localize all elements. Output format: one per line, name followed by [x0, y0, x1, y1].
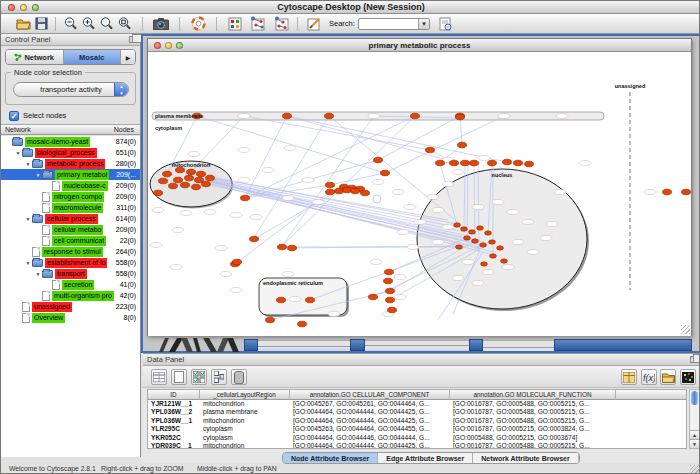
- network-node[interactable]: [206, 175, 215, 181]
- tree-row-label[interactable]: secretion: [62, 280, 94, 290]
- layout-plugin-button[interactable]: [272, 15, 290, 33]
- snapshot-button[interactable]: [152, 15, 170, 33]
- table-cell[interactable]: YKR052C: [148, 434, 200, 442]
- network-node[interactable]: [385, 269, 394, 275]
- network-node[interactable]: [386, 297, 395, 303]
- delete-attribute-button[interactable]: [231, 369, 247, 385]
- network-node[interactable]: [480, 243, 487, 247]
- data-panel-float-icon[interactable]: [690, 356, 698, 363]
- table-cell[interactable]: [GO:0044464, GO:0044444, GO:0044425, G..…: [290, 442, 450, 449]
- table-row[interactable]: YLR295Ccytoplasm[GO:0045263, GO:0044464,…: [148, 425, 687, 433]
- background-window-fragment[interactable]: [554, 339, 692, 351]
- tab-node-attribute-browser[interactable]: Node Attribute Browser: [283, 453, 378, 463]
- table-column-header[interactable]: annotation.GO CELLULAR_COMPONENT: [290, 390, 450, 400]
- network-node[interactable]: [386, 288, 395, 294]
- unselect-all-attributes-button[interactable]: [211, 369, 227, 385]
- table-cell[interactable]: YJR121W__1: [148, 400, 200, 408]
- network-node[interactable]: [411, 113, 420, 119]
- network-node[interactable]: [485, 231, 492, 235]
- table-cell[interactable]: YPL036W__2: [148, 408, 200, 416]
- network-node[interactable]: [369, 294, 378, 300]
- attribute-editor-button[interactable]: [621, 369, 637, 385]
- background-window-fragment[interactable]: [244, 339, 258, 351]
- network-node[interactable]: [525, 161, 534, 167]
- tab-network-attribute-browser[interactable]: Network Attribute Browser: [473, 453, 578, 463]
- table-row[interactable]: YPL036W__1mitochondrion[GO:0044464, GO:0…: [148, 417, 687, 425]
- network-node[interactable]: [381, 170, 390, 176]
- network-node[interactable]: [682, 189, 691, 195]
- network-node[interactable]: [185, 175, 194, 181]
- tree-row-label[interactable]: cellular process: [45, 214, 98, 224]
- network-canvas[interactable]: plasma membranecytoplasmmitochondrionnuc…: [148, 52, 691, 336]
- tree-row[interactable]: ▼cellular process614(0): [1, 213, 140, 224]
- network-node[interactable]: [490, 254, 497, 258]
- table-cell[interactable]: YDR039C__1: [148, 442, 200, 449]
- tree-row-label[interactable]: cell communicat: [52, 236, 106, 246]
- save-button[interactable]: [32, 15, 50, 33]
- tree-row-label[interactable]: metabolic process: [45, 159, 105, 169]
- network-node[interactable]: [454, 223, 461, 227]
- table-row[interactable]: YJR121W__1mitochondrion[GO:0045267, GO:0…: [148, 400, 687, 408]
- tree-row[interactable]: macromolecule311(0): [1, 202, 140, 213]
- network-node[interactable]: [159, 178, 168, 184]
- window-titlebar[interactable]: Cytoscape Desktop (New Session): [1, 1, 700, 14]
- network-node[interactable]: [306, 297, 315, 303]
- float-panel-icon[interactable]: [129, 36, 137, 43]
- tree-column-network[interactable]: Network: [5, 126, 31, 133]
- tree-expander-icon[interactable]: ▼: [24, 258, 32, 269]
- tree-row-label[interactable]: nucleobase-c: [62, 181, 108, 191]
- network-node[interactable]: [326, 189, 335, 195]
- tab-overflow-button[interactable]: ▶: [121, 50, 135, 64]
- tree-row[interactable]: unassigned223(0): [1, 301, 140, 312]
- network-node[interactable]: [343, 187, 352, 193]
- table-cell[interactable]: [GO:0005488, GO:0005215, GO:0003674]: [450, 434, 616, 442]
- table-scrollbar[interactable]: ▲ ▼: [689, 389, 700, 449]
- tree-column-nodes[interactable]: Nodes: [114, 126, 134, 133]
- scroll-up-arrow[interactable]: ▲: [690, 430, 699, 439]
- network-node[interactable]: [176, 167, 185, 173]
- network-node[interactable]: [202, 181, 211, 187]
- network-node[interactable]: [497, 246, 504, 250]
- network-node[interactable]: [298, 321, 307, 327]
- table-cell[interactable]: [GO:0045267, GO:0045261, GO:0044464, G..…: [290, 400, 450, 408]
- network-node[interactable]: [489, 240, 496, 244]
- tree-expander-icon[interactable]: ▼: [24, 214, 32, 225]
- network-node[interactable]: [325, 113, 334, 119]
- network-node[interactable]: [461, 160, 470, 166]
- network-node[interactable]: [503, 159, 512, 165]
- network-node[interactable]: [154, 190, 163, 196]
- network-node[interactable]: [450, 160, 459, 166]
- network-node[interactable]: [501, 259, 508, 263]
- network-node[interactable]: [436, 160, 445, 166]
- tab-edge-attribute-browser[interactable]: Edge Attribute Browser: [378, 453, 473, 463]
- tree-row[interactable]: ▼establishment of lo558(0): [1, 257, 140, 268]
- tree-row[interactable]: nitrogen compo209(0): [1, 191, 140, 202]
- tree-expander-icon[interactable]: ▼: [34, 170, 42, 181]
- network-node[interactable]: [277, 297, 286, 303]
- tree-row-label[interactable]: establishment of lo: [45, 258, 107, 268]
- vizmapper-button[interactable]: [226, 15, 244, 33]
- network-node[interactable]: [361, 190, 370, 196]
- network-node[interactable]: [181, 182, 190, 188]
- table-row[interactable]: YDR039C__1mitochondrion[GO:0044464, GO:0…: [148, 442, 687, 449]
- table-column-header[interactable]: ID: [148, 390, 200, 400]
- tree-row-label[interactable]: transport: [55, 269, 87, 279]
- table-cell[interactable]: [GO:0045263, GO:0044464, GO:0044455, G..…: [290, 425, 450, 433]
- tree-row-label[interactable]: response to stimul: [42, 247, 103, 257]
- network-node[interactable]: [514, 160, 523, 166]
- layout-network-button[interactable]: [248, 15, 266, 33]
- network-node[interactable]: [488, 160, 497, 166]
- open-button[interactable]: [14, 15, 32, 33]
- table-cell[interactable]: YPL036W__1: [148, 417, 200, 425]
- scroll-down-arrow[interactable]: ▼: [690, 439, 699, 448]
- zoom-in-button[interactable]: [79, 15, 97, 33]
- tree-row-label[interactable]: multi-organism pro: [52, 291, 114, 301]
- search-dropdown-arrow[interactable]: ▼: [418, 19, 429, 29]
- tree-row[interactable]: nucleobase-c209(0): [1, 180, 140, 191]
- window-resize-grip[interactable]: [690, 465, 699, 474]
- network-node[interactable]: [187, 169, 196, 175]
- network-node[interactable]: [374, 157, 383, 163]
- select-all-attributes-button[interactable]: [191, 369, 207, 385]
- annotate-button[interactable]: [305, 15, 323, 33]
- zoom-out-button[interactable]: [61, 15, 79, 33]
